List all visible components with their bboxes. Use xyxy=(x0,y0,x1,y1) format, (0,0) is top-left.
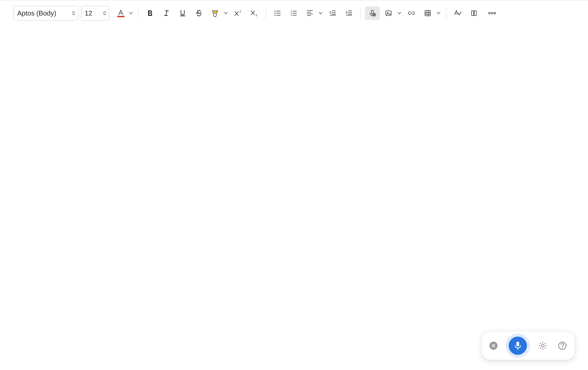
bullet-list-icon xyxy=(274,9,281,17)
insert-image-button[interactable] xyxy=(381,6,396,20)
highlight-icon xyxy=(211,9,219,17)
chevron-down-icon xyxy=(224,12,228,15)
svg-point-14 xyxy=(491,12,493,14)
dictation-settings-button[interactable] xyxy=(538,341,547,350)
chevron-down-icon xyxy=(319,12,323,15)
svg-rect-16 xyxy=(516,342,519,346)
svg-rect-8 xyxy=(371,10,373,14)
subscript-button[interactable]: 2 xyxy=(247,6,262,20)
microphone-icon xyxy=(514,341,522,350)
bullet-list-button[interactable] xyxy=(270,6,285,20)
table-icon xyxy=(424,9,431,17)
font-color-more-button[interactable] xyxy=(128,6,134,20)
svg-point-2 xyxy=(274,10,275,11)
highlight-more-button[interactable] xyxy=(222,6,229,20)
gear-icon xyxy=(538,341,547,350)
numbered-list-icon: 1 2 3 xyxy=(290,9,297,17)
svg-point-19 xyxy=(562,348,563,349)
formatting-toolbar: Aptos (Body) 12 xyxy=(0,0,588,26)
stepper-icon xyxy=(103,11,106,15)
underline-button[interactable] xyxy=(175,6,190,20)
svg-text:2: 2 xyxy=(256,14,257,17)
dictate-button[interactable] xyxy=(365,6,380,20)
decrease-indent-icon xyxy=(329,9,337,17)
dictate-icon xyxy=(368,9,376,17)
numbered-list-button[interactable]: 1 2 3 xyxy=(286,6,301,20)
increase-indent-button[interactable] xyxy=(342,6,356,20)
align-more-button[interactable] xyxy=(317,6,324,20)
bold-button[interactable] xyxy=(143,6,158,20)
dictation-panel xyxy=(482,332,574,360)
bold-icon xyxy=(146,9,154,17)
chevron-down-icon xyxy=(129,12,133,15)
decrease-indent-button[interactable] xyxy=(325,6,340,20)
strikethrough-icon xyxy=(195,9,203,17)
svg-rect-12 xyxy=(425,10,430,16)
editor-button[interactable] xyxy=(450,6,465,20)
microphone-button[interactable] xyxy=(509,337,527,355)
font-color-swatch xyxy=(117,16,125,17)
italic-icon xyxy=(163,9,170,17)
link-button[interactable] xyxy=(404,6,419,20)
immersive-reader-icon xyxy=(470,9,478,17)
chevron-down-icon xyxy=(397,12,401,15)
italic-button[interactable] xyxy=(159,6,174,20)
align-button[interactable] xyxy=(302,6,317,20)
superscript-button[interactable]: 2 xyxy=(231,6,245,20)
chevron-down-icon xyxy=(436,12,440,15)
subscript-icon: 2 xyxy=(250,9,258,17)
link-icon xyxy=(408,9,415,17)
dictation-close-button[interactable] xyxy=(489,342,498,350)
immersive-reader-button[interactable] xyxy=(466,6,481,20)
more-icon xyxy=(488,11,497,15)
stepper-icon xyxy=(72,11,75,15)
strikethrough-button[interactable] xyxy=(191,6,206,20)
font-color-button[interactable] xyxy=(114,6,128,20)
table-button[interactable] xyxy=(420,6,435,20)
increase-indent-icon xyxy=(345,9,353,17)
font-size-value: 12 xyxy=(85,9,92,17)
svg-point-17 xyxy=(541,344,544,347)
table-more-button[interactable] xyxy=(435,6,442,20)
image-icon xyxy=(385,9,392,17)
svg-point-15 xyxy=(494,12,496,14)
insert-image-more-button[interactable] xyxy=(396,6,403,20)
font-name-value: Aptos (Body) xyxy=(17,9,56,17)
highlight-button[interactable] xyxy=(208,6,222,20)
font-color-a-icon xyxy=(117,9,124,16)
align-left-icon xyxy=(306,9,314,17)
svg-point-11 xyxy=(387,12,388,13)
svg-text:3: 3 xyxy=(291,14,292,16)
font-size-select[interactable]: 12 xyxy=(81,6,109,21)
superscript-icon: 2 xyxy=(234,9,242,17)
underline-icon xyxy=(179,9,186,17)
svg-point-4 xyxy=(274,15,275,16)
svg-text:2: 2 xyxy=(239,10,241,13)
svg-point-3 xyxy=(274,12,275,14)
svg-point-13 xyxy=(489,12,490,14)
more-button[interactable] xyxy=(485,6,500,20)
dictation-help-button[interactable] xyxy=(558,341,567,350)
help-icon xyxy=(558,341,567,350)
close-icon xyxy=(491,344,496,348)
editor-icon xyxy=(454,9,462,17)
font-name-select[interactable]: Aptos (Body) xyxy=(14,6,78,21)
